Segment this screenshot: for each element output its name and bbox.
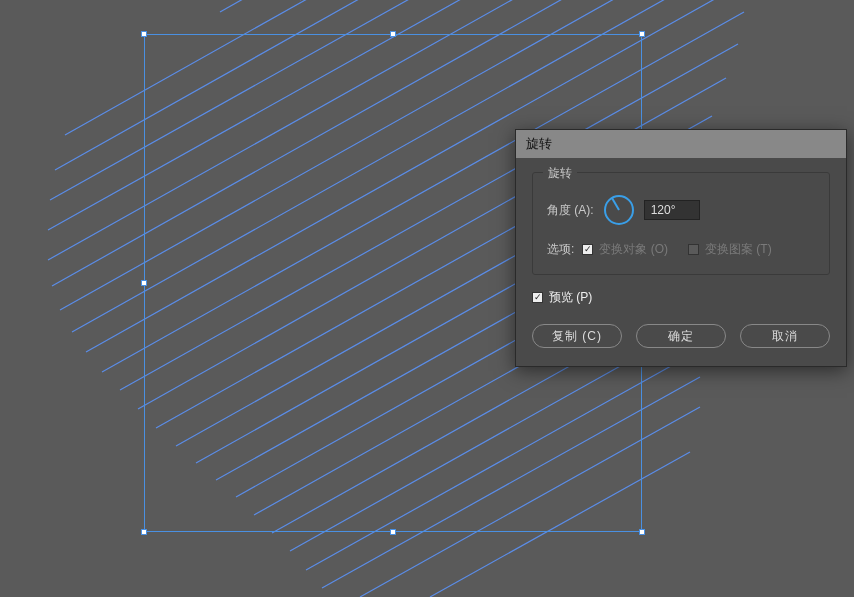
copy-button[interactable]: 复制 (C) [532,324,622,348]
svg-line-23 [322,377,700,588]
transform-objects-label: 变换对象 (O) [599,241,668,258]
angle-input[interactable] [644,200,700,220]
dialog-title[interactable]: 旋转 [516,130,846,158]
cancel-button[interactable]: 取消 [740,324,830,348]
transform-patterns-checkbox[interactable] [688,244,699,255]
fieldset-legend: 旋转 [543,165,577,182]
ok-button[interactable]: 确定 [636,324,726,348]
svg-line-27 [612,198,619,210]
preview-label: 预览 (P) [549,289,592,306]
angle-label: 角度 (A): [547,202,594,219]
transform-patterns-label: 变换图案 (T) [705,241,772,258]
svg-line-2 [65,0,590,135]
rotate-fieldset: 旋转 角度 (A): 选项: 变换对象 (O) 变换图案 (T) [532,172,830,275]
svg-line-24 [360,407,700,597]
svg-line-25 [430,452,690,597]
angle-dial[interactable] [602,193,636,227]
options-label: 选项: [547,241,574,258]
svg-line-22 [306,352,696,570]
preview-checkbox[interactable] [532,292,543,303]
transform-objects-checkbox[interactable] [582,244,593,255]
rotate-dialog: 旋转 旋转 角度 (A): 选项: 变换对象 (O) 变换 [515,129,847,367]
